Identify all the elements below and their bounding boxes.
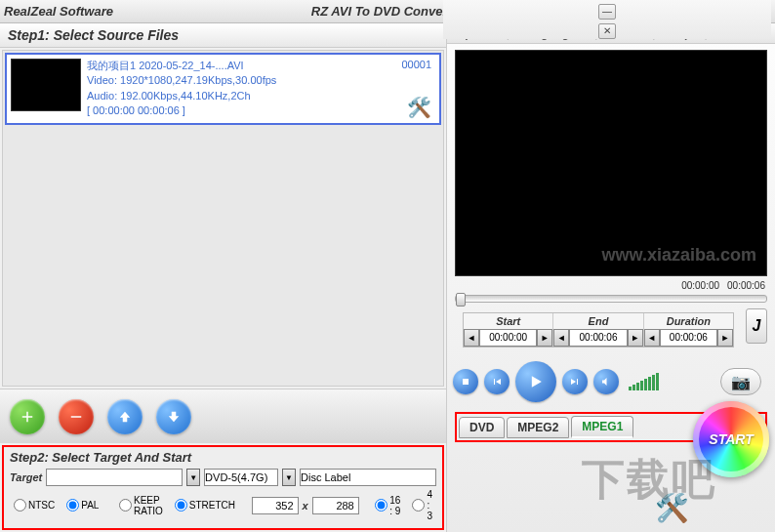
start-button[interactable]: START <box>693 401 769 477</box>
volume-button[interactable] <box>593 369 619 394</box>
titlebar: RealZeal Software RZ AVI To DVD Converte… <box>0 0 775 23</box>
watermark: www.xiazaiba.com <box>602 245 756 266</box>
ratio-169-radio[interactable]: 16 : 9 <box>371 495 404 516</box>
file-list[interactable]: 我的项目1 2020-05-22_14-....AVI Video: 1920*… <box>2 50 444 387</box>
time-total: 00:00:06 <box>727 280 765 291</box>
target-dropdown[interactable]: ▼ <box>186 469 200 486</box>
tab-mpeg2[interactable]: MPEG2 <box>507 417 569 438</box>
snapshot-button[interactable]: 📷 <box>720 368 761 395</box>
playback-controls: 📷 <box>447 355 775 408</box>
seek-slider[interactable] <box>455 295 767 303</box>
file-item[interactable]: 我的项目1 2020-05-22_14-....AVI Video: 1920*… <box>5 53 441 125</box>
width-input[interactable] <box>252 497 299 514</box>
next-button[interactable] <box>562 369 588 394</box>
play-button[interactable] <box>515 361 556 402</box>
step2-panel: Step2: Select Target And Start Target ▼ … <box>2 445 444 530</box>
svg-rect-0 <box>463 379 469 385</box>
move-down-button[interactable] <box>156 399 191 434</box>
file-toolbar <box>0 389 446 443</box>
file-info: 我的项目1 2020-05-22_14-....AVI Video: 1920*… <box>87 59 435 119</box>
end-next[interactable]: ► <box>628 329 643 347</box>
company-name: RealZeal Software <box>4 4 113 19</box>
disc-label-input[interactable] <box>300 469 436 486</box>
disc-size-dropdown[interactable]: ▼ <box>282 469 296 486</box>
x-label: x <box>303 500 308 512</box>
file-thumbnail <box>11 59 81 111</box>
end-prev[interactable]: ◄ <box>553 329 569 347</box>
end-header: End <box>553 313 643 329</box>
camera-icon: 📷 <box>731 373 751 391</box>
step1-header: Step1: Select Source Files <box>0 23 446 48</box>
remove-button[interactable] <box>59 399 94 434</box>
start-header: Start <box>464 313 553 329</box>
time-display: 00:00:00 00:00:06 <box>447 278 775 293</box>
preview-area: www.xiazaiba.com <box>455 50 767 276</box>
start-value[interactable]: 00:00:00 <box>479 329 537 347</box>
stretch-radio[interactable]: STRETCH <box>171 499 239 512</box>
duration-value[interactable]: 00:00:06 <box>660 329 717 347</box>
stop-button[interactable] <box>453 369 478 394</box>
app-title: RZ AVI To DVD Converter <box>311 4 464 19</box>
pal-radio[interactable]: PAL <box>62 499 102 512</box>
close-button[interactable]: ✕ <box>598 23 616 39</box>
ntsc-radio[interactable]: NTSC <box>10 499 59 512</box>
tab-dvd[interactable]: DVD <box>459 417 505 438</box>
height-input[interactable] <box>312 497 359 514</box>
duration-header: Duration <box>644 313 733 329</box>
volume-bars[interactable] <box>629 373 659 390</box>
ratio-43-radio[interactable]: 4 : 3 <box>408 489 436 521</box>
disc-size-select[interactable] <box>204 469 278 486</box>
seek-knob[interactable] <box>456 293 466 307</box>
time-current: 00:00:00 <box>681 280 719 291</box>
target-input[interactable] <box>46 469 183 486</box>
keep-ratio-radio[interactable]: KEEP RATIO <box>115 495 167 516</box>
file-time-info: [ 00:00:00 00:00:06 ] <box>87 103 435 118</box>
target-label: Target <box>10 471 42 483</box>
tab-mpeg1[interactable]: MPEG1 <box>571 416 633 438</box>
tools-icon[interactable]: 🛠️ <box>407 96 431 119</box>
left-panel: Step1: Select Source Files 我的项目1 2020-05… <box>0 23 447 532</box>
file-audio-info: Audio: 192.00Kbps,44.10KHz,2Ch <box>87 89 435 103</box>
j-button[interactable]: J <box>746 308 767 344</box>
file-name: 我的项目1 2020-05-22_14-....AVI <box>87 59 435 73</box>
start-label: START <box>709 431 753 447</box>
trim-grid: Start End Duration ◄ 00:00:00 ► ◄ 00:00:… <box>463 312 734 348</box>
start-prev[interactable]: ◄ <box>464 329 479 347</box>
file-number: 00001 <box>401 59 431 70</box>
move-up-button[interactable] <box>107 399 143 434</box>
minimize-button[interactable]: — <box>598 4 616 20</box>
end-value[interactable]: 00:00:06 <box>569 329 627 347</box>
dur-prev[interactable]: ◄ <box>644 329 660 347</box>
step2-header: Step2: Select Target And Start <box>10 450 436 465</box>
add-button[interactable] <box>10 399 45 434</box>
start-next[interactable]: ► <box>537 329 552 347</box>
file-video-info: Video: 1920*1080,247.19Kbps,30.00fps <box>87 73 435 88</box>
prev-button[interactable] <box>484 369 510 394</box>
dur-next[interactable]: ► <box>717 329 733 347</box>
